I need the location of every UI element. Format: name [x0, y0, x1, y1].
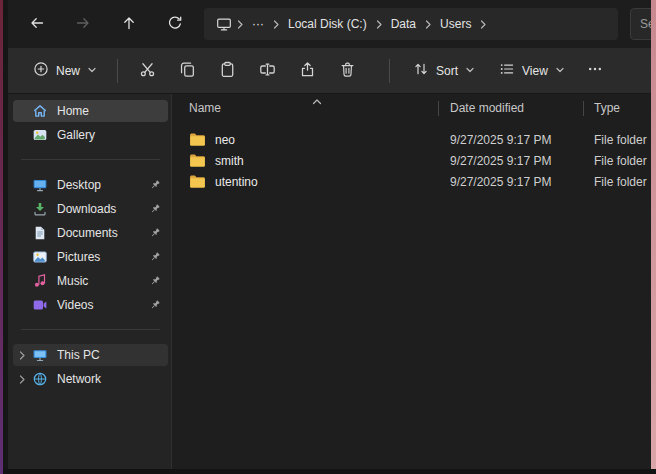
- search-input[interactable]: [630, 8, 651, 40]
- view-icon: [499, 61, 515, 80]
- sidebar-item-label: Downloads: [57, 202, 148, 216]
- sidebar-item-label: Home: [57, 104, 168, 118]
- pin-icon: [148, 179, 162, 191]
- refresh-button[interactable]: [158, 7, 192, 41]
- sidebar-item-this-pc[interactable]: This PC: [13, 344, 168, 366]
- file-list-pane: Name Date modified Type neo 9/27/2025 9:…: [172, 94, 651, 470]
- chevron-right-icon[interactable]: [478, 19, 488, 29]
- navigation-pane: Home Gallery Desktop Downloa: [8, 94, 172, 470]
- pin-icon: [148, 275, 162, 287]
- delete-icon: [339, 61, 356, 81]
- breadcrumb-item-users[interactable]: Users: [434, 14, 477, 34]
- new-button-label: New: [56, 64, 80, 78]
- desktop-edge-bottom: [3, 469, 656, 474]
- gallery-icon: [32, 127, 48, 143]
- forward-button[interactable]: [66, 7, 100, 41]
- navigation-bar: ··· Local Disk (C:) Data Users: [8, 0, 651, 48]
- file-type: File folder: [583, 133, 651, 147]
- sidebar-item-downloads[interactable]: Downloads: [13, 198, 168, 220]
- folder-icon: [189, 132, 206, 147]
- column-resize-handle[interactable]: [583, 101, 584, 116]
- chevron-right-icon[interactable]: [374, 19, 384, 29]
- chevron-down-icon: [465, 64, 475, 78]
- chevron-right-icon[interactable]: [235, 19, 245, 29]
- sort-icon: [413, 61, 429, 80]
- file-row-neo[interactable]: neo 9/27/2025 9:17 PM File folder: [172, 129, 651, 150]
- file-type: File folder: [583, 175, 651, 189]
- folder-icon: [189, 153, 206, 168]
- up-icon: [121, 15, 137, 34]
- copy-button[interactable]: [167, 54, 207, 88]
- file-date-modified: 9/27/2025 9:17 PM: [438, 154, 583, 168]
- refresh-icon: [167, 15, 183, 34]
- chevron-down-icon: [87, 64, 97, 78]
- breadcrumb-item-local-disk[interactable]: Local Disk (C:): [282, 14, 373, 34]
- paste-button[interactable]: [207, 54, 247, 88]
- sort-button-label: Sort: [436, 64, 458, 78]
- sort-ascending-icon: [312, 95, 322, 109]
- sidebar-item-videos[interactable]: Videos: [13, 294, 168, 316]
- up-button[interactable]: [112, 7, 146, 41]
- view-button[interactable]: View: [489, 54, 575, 88]
- sidebar-item-home[interactable]: Home: [13, 100, 168, 122]
- sidebar-item-label: Videos: [57, 298, 148, 312]
- column-resize-handle[interactable]: [438, 101, 439, 116]
- window-body: Home Gallery Desktop Downloa: [8, 94, 651, 470]
- new-button[interactable]: New: [22, 54, 108, 88]
- sidebar-item-label: Network: [57, 372, 168, 386]
- column-header-label: Type: [594, 101, 620, 115]
- forward-icon: [75, 15, 91, 34]
- sidebar-item-pictures[interactable]: Pictures: [13, 246, 168, 268]
- toolbar-separator: [389, 59, 390, 83]
- cut-button[interactable]: [127, 54, 167, 88]
- new-plus-icon: [33, 61, 49, 80]
- breadcrumb-collapsed[interactable]: ···: [246, 14, 270, 34]
- column-header-date-modified[interactable]: Date modified: [438, 101, 583, 115]
- sidebar-item-label: This PC: [57, 348, 168, 362]
- documents-icon: [32, 225, 48, 241]
- sort-button[interactable]: Sort: [403, 54, 485, 88]
- toolbar-separator: [117, 59, 118, 83]
- sidebar-item-desktop[interactable]: Desktop: [13, 174, 168, 196]
- more-icon: [587, 61, 603, 80]
- share-button[interactable]: [287, 54, 327, 88]
- sidebar-separator: [21, 329, 160, 330]
- command-toolbar: New: [8, 48, 651, 94]
- sidebar-item-network[interactable]: Network: [13, 368, 168, 390]
- delete-button[interactable]: [327, 54, 367, 88]
- network-icon: [32, 371, 48, 387]
- sidebar-item-documents[interactable]: Documents: [13, 222, 168, 244]
- desktop-edge-left: [0, 0, 8, 474]
- more-button[interactable]: [575, 54, 615, 88]
- sidebar-item-label: Documents: [57, 226, 148, 240]
- expand-chevron-icon[interactable]: [17, 374, 32, 384]
- column-headers: Name Date modified Type: [172, 94, 651, 122]
- back-button[interactable]: [20, 7, 54, 41]
- file-row-utentino[interactable]: utentino 9/27/2025 9:17 PM File folder: [172, 171, 651, 192]
- chevron-right-icon[interactable]: [271, 19, 281, 29]
- file-name: neo: [215, 133, 235, 147]
- address-bar[interactable]: ··· Local Disk (C:) Data Users: [204, 8, 618, 40]
- pin-icon: [148, 203, 162, 215]
- rename-button[interactable]: [247, 54, 287, 88]
- sidebar-item-music[interactable]: Music: [13, 270, 168, 292]
- file-type: File folder: [583, 154, 651, 168]
- pin-icon: [148, 299, 162, 311]
- expand-chevron-icon[interactable]: [17, 350, 32, 360]
- pictures-icon: [32, 249, 48, 265]
- column-header-name[interactable]: Name: [172, 101, 438, 115]
- videos-icon: [32, 297, 48, 313]
- chevron-right-icon[interactable]: [423, 19, 433, 29]
- rename-icon: [259, 61, 276, 81]
- file-row-smith[interactable]: smith 9/27/2025 9:17 PM File folder: [172, 150, 651, 171]
- copy-icon: [179, 61, 196, 81]
- file-explorer-window: ··· Local Disk (C:) Data Users New: [8, 0, 651, 470]
- breadcrumb-item-data[interactable]: Data: [385, 14, 422, 34]
- view-button-label: View: [522, 64, 548, 78]
- this-pc-icon: [32, 347, 48, 363]
- sidebar-item-label: Gallery: [57, 128, 168, 142]
- sidebar-item-gallery[interactable]: Gallery: [13, 124, 168, 146]
- column-header-type[interactable]: Type: [583, 101, 651, 115]
- desktop-edge-right: [651, 0, 656, 474]
- back-icon: [29, 15, 45, 34]
